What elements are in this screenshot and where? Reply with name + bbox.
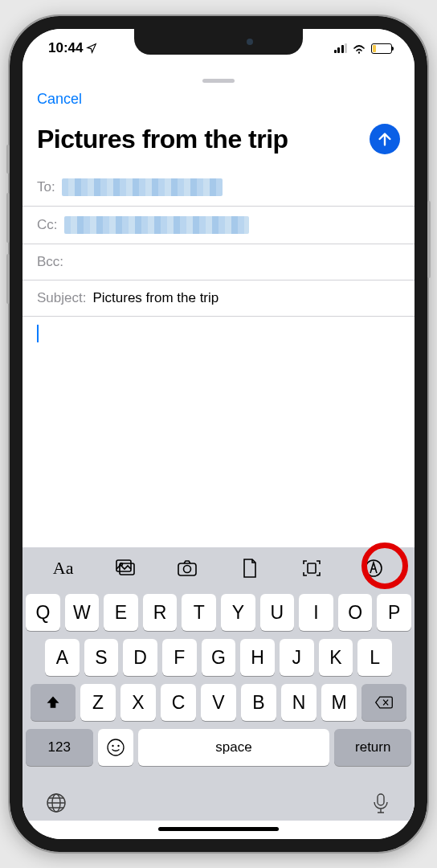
emoji-key[interactable] xyxy=(98,729,133,766)
photo-library-button[interactable] xyxy=(103,552,148,584)
space-key[interactable]: space xyxy=(138,729,330,766)
battery-icon xyxy=(371,43,392,54)
svg-point-8 xyxy=(108,739,124,755)
shift-key[interactable] xyxy=(31,684,76,721)
clock-text: 10:44 xyxy=(48,40,83,56)
shift-icon xyxy=(45,694,61,710)
key-x[interactable]: X xyxy=(120,684,156,721)
key-c[interactable]: C xyxy=(161,684,196,721)
home-indicator[interactable] xyxy=(158,827,279,831)
key-b[interactable]: B xyxy=(241,684,276,721)
status-indicators xyxy=(334,43,393,54)
keyboard-bottom-bar xyxy=(22,780,415,821)
globe-icon xyxy=(45,792,67,814)
keyboard-row-2: A S D F G H J K L xyxy=(26,639,411,676)
text-format-icon: Aa xyxy=(53,558,74,579)
key-p[interactable]: P xyxy=(377,594,411,631)
keyboard-toolbar: Aa xyxy=(22,547,415,589)
key-f[interactable]: F xyxy=(162,639,197,676)
key-l[interactable]: L xyxy=(357,639,392,676)
scan-icon xyxy=(300,557,323,579)
key-e[interactable]: E xyxy=(104,594,138,631)
markup-button[interactable] xyxy=(351,552,396,584)
key-h[interactable]: H xyxy=(240,639,275,676)
key-v[interactable]: V xyxy=(201,684,236,721)
camera-icon xyxy=(176,557,198,579)
dictation-button[interactable] xyxy=(370,792,392,817)
key-z[interactable]: Z xyxy=(80,684,116,721)
key-y[interactable]: Y xyxy=(221,594,255,631)
key-u[interactable]: U xyxy=(260,594,295,631)
volume-down-button xyxy=(6,254,10,304)
key-j[interactable]: J xyxy=(280,639,314,676)
svg-rect-13 xyxy=(378,794,384,805)
key-w[interactable]: W xyxy=(65,594,100,631)
key-s[interactable]: S xyxy=(84,639,119,676)
notch xyxy=(134,29,303,55)
cancel-button[interactable]: Cancel xyxy=(37,91,82,108)
emoji-icon xyxy=(106,738,125,757)
microphone-icon xyxy=(370,792,392,814)
keyboard-row-1: Q W E R T Y U I O P xyxy=(26,594,411,631)
text-cursor xyxy=(37,325,39,342)
to-field[interactable]: To: xyxy=(22,169,415,207)
subject-field[interactable]: Subject: Pictures from the trip xyxy=(22,280,415,317)
return-key[interactable]: return xyxy=(334,729,411,766)
svg-point-10 xyxy=(117,745,119,747)
power-button xyxy=(427,201,431,278)
key-n[interactable]: N xyxy=(281,684,317,721)
keyboard-row-4: 123 space return xyxy=(26,729,411,766)
numeric-key[interactable]: 123 xyxy=(26,729,93,766)
markup-icon xyxy=(362,557,385,579)
subject-value: Pictures from the trip xyxy=(92,290,218,306)
camera-button[interactable] xyxy=(165,552,210,584)
mute-switch xyxy=(6,145,10,174)
bcc-field[interactable]: Bcc: xyxy=(22,244,415,280)
backspace-icon xyxy=(374,694,394,710)
bcc-label: Bcc: xyxy=(37,254,63,270)
scan-document-button[interactable] xyxy=(289,552,334,584)
subject-label: Subject: xyxy=(37,290,86,306)
globe-button[interactable] xyxy=(45,792,67,817)
status-time: 10:44 xyxy=(48,40,97,56)
cc-value-redacted xyxy=(64,216,249,234)
backspace-key[interactable] xyxy=(361,684,406,721)
screen: 10:44 Cancel Pictures from the trip xyxy=(22,29,415,839)
key-k[interactable]: K xyxy=(319,639,353,676)
send-button[interactable] xyxy=(370,124,400,154)
document-icon xyxy=(239,557,261,579)
cc-field[interactable]: Cc: xyxy=(22,207,415,244)
svg-point-9 xyxy=(112,745,113,747)
cellular-signal-icon xyxy=(334,43,348,53)
document-button[interactable] xyxy=(227,552,272,584)
key-g[interactable]: G xyxy=(202,639,236,676)
phone-frame: 10:44 Cancel Pictures from the trip xyxy=(10,16,427,852)
text-format-button[interactable]: Aa xyxy=(41,552,86,584)
volume-up-button xyxy=(6,193,10,243)
key-r[interactable]: R xyxy=(143,594,178,631)
key-i[interactable]: I xyxy=(299,594,333,631)
software-keyboard: Q W E R T Y U I O P A S D F G H xyxy=(22,589,415,780)
keyboard-row-3: Z X C V B N M xyxy=(26,684,411,721)
message-body[interactable] xyxy=(22,317,415,547)
key-a[interactable]: A xyxy=(45,639,80,676)
key-o[interactable]: O xyxy=(338,594,373,631)
key-t[interactable]: T xyxy=(182,594,216,631)
key-d[interactable]: D xyxy=(123,639,157,676)
wifi-icon xyxy=(352,43,366,54)
svg-rect-2 xyxy=(116,560,131,571)
svg-point-5 xyxy=(184,566,191,573)
to-label: To: xyxy=(37,179,55,195)
key-m[interactable]: M xyxy=(321,684,357,721)
cc-label: Cc: xyxy=(37,217,58,233)
to-value-redacted xyxy=(62,178,223,196)
arrow-up-icon xyxy=(376,130,394,148)
compose-title: Pictures from the trip xyxy=(37,125,288,154)
photo-library-icon xyxy=(114,557,137,579)
key-q[interactable]: Q xyxy=(26,594,60,631)
svg-point-0 xyxy=(358,51,360,53)
svg-rect-6 xyxy=(308,563,316,573)
compose-sheet: Cancel Pictures from the trip To: Cc: Bc… xyxy=(22,72,415,839)
location-arrow-icon xyxy=(86,43,97,54)
